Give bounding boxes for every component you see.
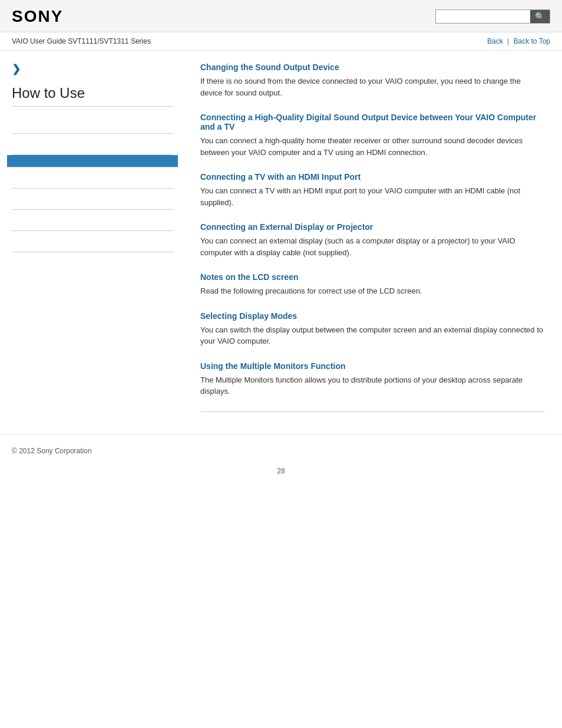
section-4-text: You can connect an external display (suc… (200, 235, 544, 258)
back-to-top-link[interactable]: Back to Top (514, 37, 550, 45)
section-6-title[interactable]: Selecting Display Modes (200, 311, 544, 321)
section-3-text: You can connect a TV with an HDMI input … (200, 185, 544, 208)
back-link[interactable]: Back (487, 37, 503, 45)
section-1-text: If there is no sound from the device con… (200, 75, 544, 98)
sidebar-item-1[interactable] (12, 113, 173, 134)
section-1-title[interactable]: Changing the Sound Output Device (200, 62, 544, 72)
content-bottom-divider (200, 411, 544, 412)
content-area: Changing the Sound Output Device If ther… (183, 51, 562, 434)
section-5-text: Read the following precautions for corre… (200, 285, 544, 297)
sidebar-item-7[interactable] (12, 231, 173, 252)
main-container: ❯ How to Use Changing the Sound Output D… (0, 51, 562, 434)
sidebar-title: How to Use (12, 85, 173, 107)
section-6-text: You can switch the display output betwee… (200, 324, 544, 347)
separator: | (507, 37, 509, 45)
sony-logo: SONY (12, 7, 63, 26)
section-2-title[interactable]: Connecting a High-Quality Digital Sound … (200, 113, 544, 131)
search-button[interactable]: 🔍 (530, 10, 550, 23)
section-7: Using the Multiple Monitors Function The… (200, 361, 544, 397)
copyright: © 2012 Sony Corporation (12, 447, 92, 455)
sidebar-item-6[interactable] (12, 210, 173, 231)
header: SONY 🔍 (0, 0, 562, 32)
page-number: 28 (0, 461, 562, 487)
section-7-title[interactable]: Using the Multiple Monitors Function (200, 361, 544, 371)
section-2: Connecting a High-Quality Digital Sound … (200, 113, 544, 158)
sidebar-item-3-active[interactable] (7, 155, 178, 167)
section-3: Connecting a TV with an HDMI Input Port … (200, 172, 544, 208)
search-box: 🔍 (435, 9, 550, 24)
section-6: Selecting Display Modes You can switch t… (200, 311, 544, 347)
sub-header: VAIO User Guide SVT1111/SVT1311 Series B… (0, 32, 562, 51)
footer: © 2012 Sony Corporation (0, 434, 562, 461)
section-4: Connecting an External Display or Projec… (200, 222, 544, 258)
section-3-title[interactable]: Connecting a TV with an HDMI Input Port (200, 172, 544, 182)
search-input[interactable] (436, 10, 530, 23)
section-4-title[interactable]: Connecting an External Display or Projec… (200, 222, 544, 232)
section-7-text: The Multiple Monitors function allows yo… (200, 374, 544, 397)
sidebar-item-5[interactable] (12, 189, 173, 210)
sidebar: ❯ How to Use (0, 51, 183, 434)
section-5: Notes on the LCD screen Read the followi… (200, 272, 544, 297)
section-1: Changing the Sound Output Device If ther… (200, 62, 544, 98)
section-5-title[interactable]: Notes on the LCD screen (200, 272, 544, 282)
nav-links: Back | Back to Top (487, 37, 550, 45)
guide-title: VAIO User Guide SVT1111/SVT1311 Series (12, 37, 151, 45)
sidebar-item-4[interactable] (12, 167, 173, 189)
sidebar-item-2[interactable] (12, 134, 173, 155)
sidebar-arrow[interactable]: ❯ (12, 62, 173, 75)
section-2-text: You can connect a high-quality home thea… (200, 135, 544, 158)
